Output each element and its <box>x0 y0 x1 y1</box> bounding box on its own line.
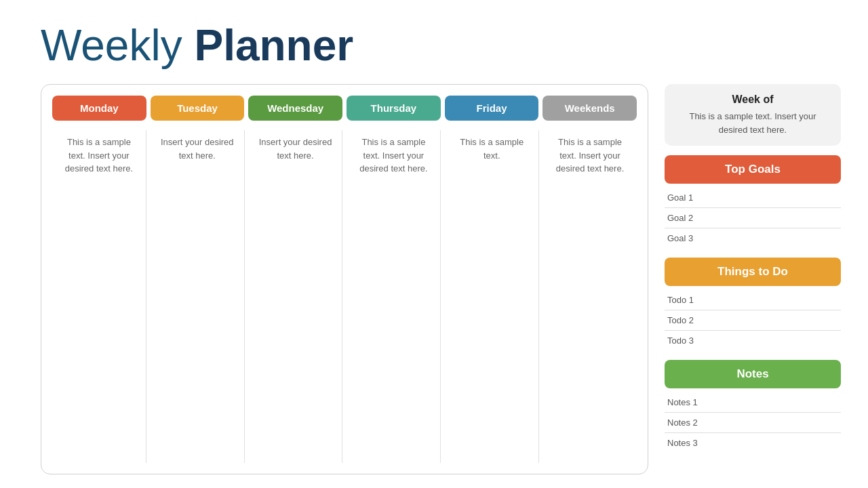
list-item: Goal 1 <box>665 188 841 208</box>
notes-header: Notes <box>665 360 841 388</box>
day-badge-thursday: Thursday <box>347 96 441 121</box>
list-item: Goal 2 <box>665 208 841 228</box>
day-badge-friday: Friday <box>445 96 539 121</box>
days-header: MondayTuesdayWednesdayThursdayFridayWeek… <box>52 96 637 121</box>
top-goals-card: Top Goals Goal 1Goal 2Goal 3 <box>665 155 841 248</box>
list-item: Todo 1 <box>665 290 841 310</box>
week-of-text: This is a sample text. Insert your desir… <box>675 110 830 136</box>
day-col-thursday: This is a sample text. Insert your desir… <box>347 130 441 463</box>
main-layout: MondayTuesdayWednesdayThursdayFridayWeek… <box>41 84 841 474</box>
title-bold: Planner <box>194 21 353 70</box>
top-goals-items: Goal 1Goal 2Goal 3 <box>665 188 841 248</box>
notes-card: Notes Notes 1Notes 2Notes 3 <box>665 360 841 453</box>
days-content: This is a sample text. Insert your desir… <box>52 130 637 463</box>
week-of-title: Week of <box>675 94 830 106</box>
day-col-tuesday: Insert your desired text here. <box>151 130 245 463</box>
list-item: Todo 2 <box>665 310 841 331</box>
day-badge-monday: Monday <box>52 96 146 121</box>
day-col-weekends: This is a sample text. Insert your desir… <box>543 130 637 463</box>
day-col-monday: This is a sample text. Insert your desir… <box>52 130 146 463</box>
day-badge-wednesday: Wednesday <box>248 96 342 121</box>
day-badge-weekends: Weekends <box>542 96 637 121</box>
notes-items: Notes 1Notes 2Notes 3 <box>665 392 841 453</box>
day-col-wednesday: Insert your desired text here. <box>249 130 343 463</box>
week-of-box: Week of This is a sample text. Insert yo… <box>665 84 841 146</box>
things-todo-header: Things to Do <box>665 258 841 286</box>
title-area: Weekly Planner <box>41 20 841 70</box>
day-badge-tuesday: Tuesday <box>151 96 245 121</box>
list-item: Notes 3 <box>665 433 841 453</box>
things-todo-card: Things to Do Todo 1Todo 2Todo 3 <box>665 258 841 350</box>
list-item: Notes 2 <box>665 413 841 433</box>
planner-grid: MondayTuesdayWednesdayThursdayFridayWeek… <box>41 84 648 474</box>
sidebar: Week of This is a sample text. Insert yo… <box>665 84 841 474</box>
day-col-friday: This is a sample text. <box>445 130 539 463</box>
top-goals-header: Top Goals <box>665 155 841 184</box>
title-light: Weekly <box>41 21 194 70</box>
things-todo-items: Todo 1Todo 2Todo 3 <box>665 290 841 350</box>
list-item: Goal 3 <box>665 228 841 248</box>
list-item: Todo 3 <box>665 331 841 350</box>
list-item: Notes 1 <box>665 392 841 413</box>
